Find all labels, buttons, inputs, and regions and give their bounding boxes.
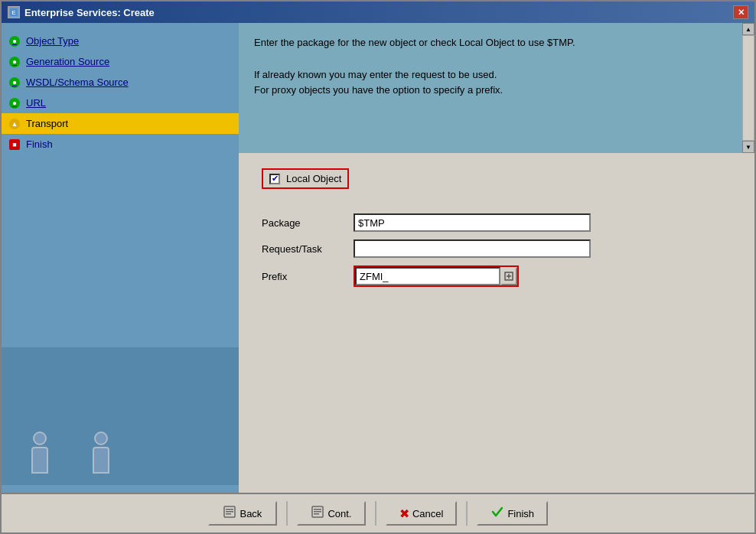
sidebar-item-finish[interactable]: ■ Finish: [2, 134, 239, 155]
finish-btn-icon: [490, 505, 504, 522]
svg-text:E: E: [11, 9, 15, 16]
info-scrollbar: ▲ ▼: [742, 23, 754, 153]
scroll-down-arrow[interactable]: ▼: [742, 141, 754, 153]
prefix-input[interactable]: [355, 267, 500, 285]
cont-label: Cont.: [327, 508, 351, 519]
local-object-label: Local Object: [286, 173, 341, 184]
sidebar-items: ● Object Type ● Generation Source ● WSDL…: [2, 31, 239, 347]
svg-rect-8: [226, 513, 231, 515]
prefix-row: Prefix: [262, 265, 732, 287]
url-label: URL: [26, 97, 46, 109]
sidebar-item-url[interactable]: ● URL: [2, 93, 239, 113]
finish-icon: ■: [9, 139, 20, 150]
finish-label: Finish: [26, 138, 53, 150]
info-line3: If already known you may enter the reque…: [254, 67, 739, 83]
form-area: ✔ Local Object Package Request/Task Pref…: [239, 153, 754, 493]
prefix-browse-button[interactable]: [500, 267, 517, 285]
wsdl-schema-label: WSDL/Schema Source: [26, 77, 129, 88]
sidebar-item-object-type[interactable]: ● Object Type: [2, 31, 239, 51]
window-icon: E: [8, 6, 20, 18]
figures: [24, 431, 116, 477]
figure-right: [86, 431, 116, 477]
local-object-container: ✔ Local Object: [262, 168, 349, 189]
sidebar-item-wsdl-schema[interactable]: ● WSDL/Schema Source: [2, 72, 239, 93]
separator-3: [466, 501, 468, 526]
cont-button[interactable]: Cont.: [297, 501, 366, 526]
local-object-checkbox[interactable]: ✔: [269, 174, 280, 184]
sidebar: ● Object Type ● Generation Source ● WSDL…: [2, 23, 239, 493]
prefix-input-wrapper: [354, 265, 519, 287]
svg-rect-7: [226, 511, 233, 513]
close-button[interactable]: ✕: [733, 5, 748, 19]
wsdl-schema-icon: ●: [9, 77, 20, 88]
bottom-toolbar: Back Cont. ✖ Cancel: [2, 493, 754, 532]
back-button[interactable]: Back: [208, 501, 277, 526]
figure-body-left: [31, 447, 48, 474]
object-type-icon: ●: [9, 36, 20, 47]
package-row: Package: [262, 213, 732, 232]
scroll-track[interactable]: [742, 35, 754, 141]
cont-icon: [311, 505, 324, 522]
info-text: Enter the package for the new object or …: [254, 35, 739, 99]
svg-rect-10: [314, 509, 321, 510]
request-task-label: Request/Task: [262, 243, 354, 255]
transport-icon: ▲: [9, 119, 20, 129]
cancel-icon: ✖: [399, 506, 409, 521]
sidebar-item-transport[interactable]: ▲ Transport: [2, 113, 239, 134]
window-title: Enterprise Services: Create: [24, 7, 155, 18]
local-object-row: ✔ Local Object: [262, 168, 732, 201]
finish-button[interactable]: Finish: [477, 501, 548, 526]
back-icon: [223, 505, 236, 522]
url-icon: ●: [9, 98, 20, 109]
object-type-label: Object Type: [26, 35, 79, 47]
request-task-input[interactable]: [354, 239, 591, 258]
title-bar: E Enterprise Services: Create ✕: [2, 2, 754, 23]
finish-label: Finish: [507, 508, 534, 519]
prefix-label: Prefix: [262, 271, 354, 282]
svg-rect-6: [226, 509, 233, 510]
back-label: Back: [240, 508, 262, 519]
sidebar-item-generation-source[interactable]: ● Generation Source: [2, 51, 239, 72]
transport-label: Transport: [26, 118, 68, 129]
main-window: E Enterprise Services: Create ✕ ● Object…: [0, 0, 756, 534]
figure-body-right: [93, 447, 109, 474]
info-panel: Enter the package for the new object or …: [239, 23, 754, 153]
figure-head-right: [94, 431, 108, 445]
info-line4: For proxy objects you have the option to…: [254, 83, 739, 99]
generation-source-icon: ●: [9, 57, 20, 67]
figure-head-left: [33, 431, 47, 445]
svg-rect-12: [314, 513, 319, 515]
title-bar-left: E Enterprise Services: Create: [8, 6, 155, 18]
package-input[interactable]: [354, 213, 591, 232]
separator-2: [375, 501, 376, 526]
figure-left: [24, 431, 55, 477]
svg-rect-11: [314, 511, 321, 513]
scroll-up-arrow[interactable]: ▲: [742, 23, 754, 35]
generation-source-label: Generation Source: [26, 56, 109, 67]
cancel-button[interactable]: ✖ Cancel: [386, 501, 457, 526]
separator-1: [286, 501, 288, 526]
request-task-row: Request/Task: [262, 239, 732, 258]
right-panel: Enter the package for the new object or …: [239, 23, 754, 493]
cancel-label: Cancel: [412, 508, 443, 519]
package-label: Package: [262, 217, 354, 229]
sidebar-bottom-decoration: [2, 347, 239, 485]
info-line1: Enter the package for the new object or …: [254, 35, 739, 51]
main-content: ● Object Type ● Generation Source ● WSDL…: [2, 23, 754, 493]
